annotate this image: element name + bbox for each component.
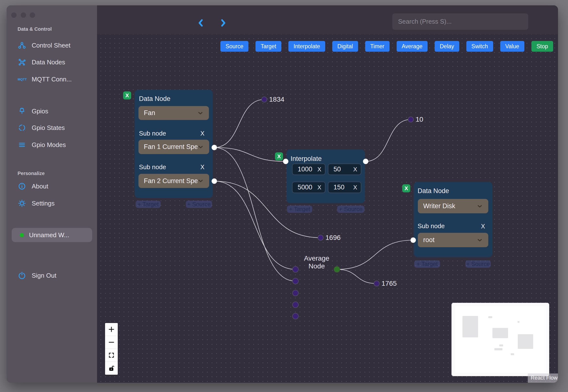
sidebar-item-label: Control Sheet — [32, 42, 70, 49]
sidebar-item-data-nodes[interactable]: Data Nodes — [17, 57, 65, 67]
sub-node-select[interactable]: root — [418, 233, 488, 247]
traffic-light-zoom-icon[interactable] — [30, 13, 35, 18]
interpolate-cell[interactable]: 50 X — [328, 164, 361, 175]
interpolate-cell[interactable]: 1000 X — [292, 164, 325, 175]
interpolate-source-handle[interactable] — [363, 159, 368, 164]
add-source-node-button[interactable]: Source — [220, 41, 249, 52]
add-target-handle-button[interactable]: + Target — [287, 206, 312, 213]
sidebar-item-gpio-modes[interactable]: Gpio Modes — [17, 140, 66, 150]
add-target-handle-button[interactable]: + Target — [136, 201, 161, 208]
add-average-node-button[interactable]: Average — [397, 41, 428, 52]
plus-icon — [108, 326, 115, 333]
traffic-light-close-icon[interactable] — [11, 13, 17, 18]
remove-cell-button[interactable]: X — [318, 184, 321, 191]
remove-cell-button[interactable]: X — [353, 166, 357, 173]
fan-select[interactable]: Fan — [139, 106, 209, 120]
interpolate-cell[interactable]: 5000 X — [292, 182, 325, 193]
sidebar-item-control-sheet[interactable]: Control Sheet — [17, 41, 70, 50]
value-node-handle[interactable] — [318, 235, 323, 241]
minimap-node — [499, 344, 503, 346]
average-input-handle[interactable] — [292, 278, 299, 284]
interpolate-target-handle[interactable] — [283, 159, 288, 164]
add-value-node-button[interactable]: Value — [500, 41, 524, 52]
minimap-node — [494, 348, 502, 350]
delete-node-button[interactable]: X — [402, 184, 410, 192]
sub-node-select[interactable]: Fan 1 Current Spe — [139, 140, 209, 154]
node-title: Data Node — [139, 95, 170, 103]
value-node-handle[interactable] — [408, 116, 414, 122]
remove-sub-node-button[interactable]: X — [200, 164, 205, 171]
sidebar-item-mqtt[interactable]: MQTT MQTT Conn... — [17, 74, 72, 84]
chevron-down-icon — [477, 237, 483, 243]
average-input-handle[interactable] — [292, 313, 299, 319]
gear-icon — [17, 199, 26, 208]
delete-node-button[interactable]: X — [275, 152, 283, 160]
topbar — [97, 5, 558, 34]
stop-button[interactable]: Stop — [531, 41, 553, 52]
minimap-node — [462, 316, 478, 337]
sub-node-select[interactable]: Fan 2 Current Spe — [139, 174, 209, 188]
sub-node-label: Sub node — [418, 222, 445, 230]
chevron-down-icon — [197, 144, 204, 150]
lock-button[interactable] — [105, 362, 118, 375]
zoom-in-button[interactable] — [105, 323, 118, 336]
sidebar-item-about[interactable]: About — [17, 181, 48, 191]
forward-chevron-icon[interactable] — [218, 18, 228, 28]
pin-icon — [17, 107, 26, 115]
add-source-handle-button[interactable]: + Source — [337, 206, 364, 213]
average-input-handle[interactable] — [292, 290, 299, 296]
writer-disk-select[interactable]: Writer Disk — [418, 199, 488, 213]
remove-cell-button[interactable]: X — [353, 184, 357, 191]
app-window: Data & Control Control Sheet Data Nodes … — [7, 5, 558, 383]
value-node-label: 10 — [416, 115, 423, 123]
add-source-handle-button[interactable]: + Source — [186, 201, 212, 208]
flow-canvas[interactable]: Source Target Interpolate Digital Timer … — [97, 34, 558, 383]
add-delay-node-button[interactable]: Delay — [435, 41, 459, 52]
add-digital-node-button[interactable]: Digital — [332, 41, 358, 52]
interpolate-cell[interactable]: 150 X — [328, 182, 361, 193]
average-output-handle[interactable] — [334, 266, 340, 273]
remove-cell-button[interactable]: X — [318, 166, 321, 173]
value-node-handle[interactable] — [374, 280, 380, 286]
org-chart-icon — [17, 41, 26, 50]
node-title: Interpolate — [291, 155, 322, 163]
minimap-node — [511, 353, 514, 355]
traffic-light-minimize-icon[interactable] — [21, 13, 26, 18]
lines-icon — [17, 140, 26, 149]
average-input-handle[interactable] — [292, 266, 299, 273]
fan1-source-handle[interactable] — [212, 145, 217, 150]
fan2-source-handle[interactable] — [212, 179, 217, 184]
zoom-out-button[interactable] — [105, 336, 118, 349]
node-type-toolbar: Source Target Interpolate Digital Timer … — [220, 41, 553, 52]
add-timer-node-button[interactable]: Timer — [365, 41, 389, 52]
remove-sub-node-button[interactable]: X — [200, 130, 205, 137]
remove-sub-node-button[interactable]: X — [481, 223, 485, 230]
search-input[interactable] — [392, 14, 528, 30]
add-target-handle-button[interactable]: + Target — [414, 260, 440, 268]
value-node-handle[interactable] — [261, 97, 267, 102]
sidebar-item-settings[interactable]: Settings — [17, 198, 55, 208]
interpolate-node[interactable]: Interpolate 1000 X 50 X 5000 X 150 — [286, 149, 365, 203]
data-node-writer-disk[interactable]: Data Node Writer Disk Sub node X root — [414, 182, 492, 257]
writer-target-handle[interactable] — [411, 238, 416, 243]
sidebar-item-unnamed-workspace[interactable]: Unnamed W... — [12, 228, 92, 242]
add-switch-node-button[interactable]: Switch — [466, 41, 493, 52]
back-chevron-icon[interactable] — [196, 18, 206, 28]
react-flow-attribution: React Flow — [528, 374, 558, 383]
sidebar-item-gpios[interactable]: Gpios — [17, 106, 48, 116]
fit-view-button[interactable] — [105, 349, 118, 362]
info-icon — [17, 182, 26, 191]
data-node-fan[interactable]: Data Node Fan Sub node X Fan 1 Current S… — [135, 90, 213, 198]
add-target-node-button[interactable]: Target — [255, 41, 281, 52]
delete-node-button[interactable]: X — [123, 91, 131, 99]
add-interpolate-node-button[interactable]: Interpolate — [288, 41, 325, 52]
sidebar-item-sign-out[interactable]: Sign Out — [17, 271, 56, 280]
sidebar-item-label: Settings — [32, 200, 55, 207]
main-area: Source Target Interpolate Digital Timer … — [97, 5, 558, 383]
average-input-handle[interactable] — [292, 302, 299, 308]
sidebar-item-gpio-states[interactable]: Gpio States — [17, 123, 65, 133]
add-source-handle-button[interactable]: + Source — [465, 260, 491, 268]
minimap[interactable] — [451, 303, 549, 376]
sub-node-label: Sub node — [139, 130, 166, 137]
sidebar-item-label: MQTT Conn... — [32, 76, 72, 83]
